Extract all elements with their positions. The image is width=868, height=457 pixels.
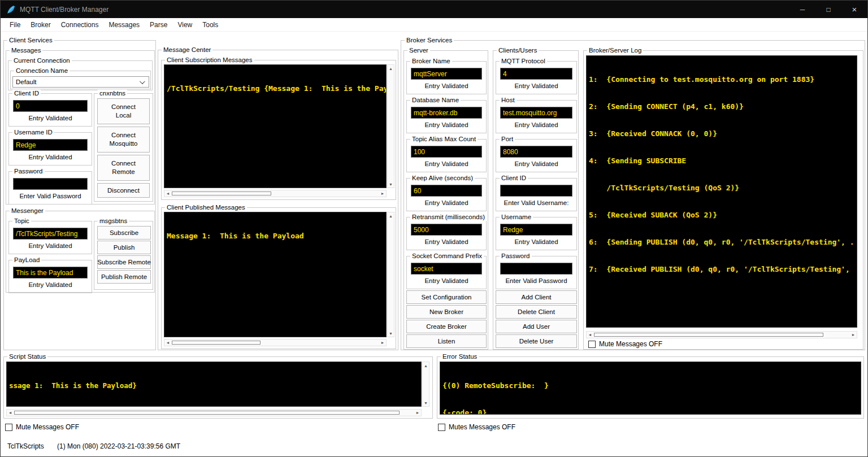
script-mute-checkbox[interactable] <box>5 424 12 431</box>
scrollbar-thumb[interactable] <box>172 341 261 345</box>
subscription-vertical-scrollbar[interactable]: ▲ ▼ <box>387 64 394 188</box>
broker-username-status: Entry Validated <box>496 238 576 245</box>
script-status-console[interactable]: ssage 1: This is the Payload} ges.client… <box>6 362 422 407</box>
scrollbar-thumb[interactable] <box>594 333 823 337</box>
scroll-right-icon[interactable]: ► <box>414 410 421 416</box>
publish-remote-button[interactable]: Publish Remote <box>97 270 151 284</box>
log-line: 6: {Sending PUBLISH (d0, q0, r0, '/TclTk… <box>589 238 854 247</box>
error-status-console[interactable]: {(0) RemoteSubscribe: } {-code: 0} {-lev… <box>440 362 861 415</box>
scroll-left-icon[interactable]: ◄ <box>587 332 593 338</box>
topic-alias-max-count-input[interactable] <box>411 146 482 158</box>
log-mute-checkbox[interactable] <box>588 341 596 348</box>
error-mute-label: Mutes Messages OFF <box>449 423 515 431</box>
mqtt-protocol-input[interactable] <box>500 68 572 80</box>
published-horizontal-scrollbar[interactable]: ◄ ► <box>164 339 387 346</box>
connect-mosquitto-button[interactable]: Connect Mosquitto <box>97 127 150 153</box>
topic-alias-max-count-label: Topic Alias Max Count <box>410 135 478 143</box>
menu-file[interactable]: File <box>5 19 25 31</box>
scroll-left-icon[interactable]: ◄ <box>7 410 14 416</box>
connection-name-label: Connection Name <box>14 67 70 75</box>
close-button[interactable]: × <box>841 1 867 18</box>
menu-broker[interactable]: Broker <box>25 19 55 31</box>
published-messages-console[interactable]: Message 1: This is the Payload <box>164 212 387 337</box>
clients-users-label: Clients/Users <box>497 46 539 54</box>
client-services-label: Client Services <box>7 36 54 44</box>
statusbar: TclTkScripts (1) Mon (080) 2022-03-21-03… <box>1 440 867 456</box>
host-input[interactable] <box>500 107 572 119</box>
scroll-right-icon[interactable]: ► <box>850 332 857 338</box>
subscription-horizontal-scrollbar[interactable]: ◄ ► <box>164 190 387 197</box>
error-mute-checkbox[interactable] <box>438 424 445 431</box>
add-user-button[interactable]: Add User <box>496 320 577 333</box>
username-id-frame: Username ID Entry Validated <box>8 132 92 166</box>
scroll-down-icon[interactable]: ▼ <box>388 330 394 337</box>
menu-messages[interactable]: Messages <box>103 19 145 31</box>
menu-tools[interactable]: Tools <box>197 19 223 31</box>
scrollbar-thumb[interactable] <box>172 191 271 195</box>
keep-alive-input[interactable] <box>411 185 482 197</box>
script-horizontal-scrollbar[interactable]: ◄ ► <box>6 409 422 416</box>
scrollbar-thumb[interactable] <box>14 411 400 415</box>
log-horizontal-scrollbar[interactable]: ◄ ► <box>586 331 857 338</box>
host-label: Host <box>500 96 517 104</box>
menu-view[interactable]: View <box>172 19 197 31</box>
log-mute-label: Mute Messages OFF <box>599 340 662 348</box>
statusbar-app: TclTkScripts <box>7 442 44 450</box>
password-input[interactable] <box>13 178 88 190</box>
scroll-up-icon[interactable]: ▲ <box>423 362 429 369</box>
port-label: Port <box>500 135 515 143</box>
subscribe-remote-button[interactable]: Subscribe Remote <box>97 255 151 269</box>
client-id-label: Client ID <box>12 89 41 97</box>
published-vertical-scrollbar[interactable]: ▲ ▼ <box>387 212 394 337</box>
topic-input[interactable] <box>13 228 88 240</box>
topic-frame: Topic Entry Validated <box>8 221 92 254</box>
database-name-input[interactable] <box>411 107 482 119</box>
username-id-input[interactable] <box>13 139 88 151</box>
disconnect-button[interactable]: Disconnect <box>97 183 150 198</box>
scroll-left-icon[interactable]: ◄ <box>164 190 171 197</box>
scroll-right-icon[interactable]: ► <box>379 190 386 197</box>
console-line: Message 1: This is the Payload <box>167 232 384 241</box>
delete-user-button[interactable]: Delete User <box>496 334 577 348</box>
add-client-button[interactable]: Add Client <box>496 290 577 304</box>
socket-command-prefix-label: Socket Command Prefix <box>410 252 484 260</box>
scroll-right-icon[interactable]: ► <box>379 340 386 346</box>
broker-client-id-input[interactable] <box>500 185 572 197</box>
menu-connections[interactable]: Connections <box>56 19 104 31</box>
subscription-messages-console[interactable]: /TclTkScripts/Testing {Message 1: This i… <box>164 64 387 188</box>
script-vertical-scrollbar[interactable]: ▲ ▼ <box>422 362 429 407</box>
scroll-left-icon[interactable]: ◄ <box>164 340 171 346</box>
scroll-down-icon[interactable]: ▼ <box>423 399 429 406</box>
scroll-up-icon[interactable]: ▲ <box>388 65 394 72</box>
username-id-status: Entry Validated <box>9 154 92 160</box>
connect-remote-button[interactable]: Connect Remote <box>97 155 150 181</box>
listen-button[interactable]: Listen <box>406 334 487 348</box>
scroll-up-icon[interactable]: ▲ <box>388 212 394 219</box>
delete-client-button[interactable]: Delete Client <box>496 305 577 319</box>
socket-command-prefix-input[interactable] <box>411 263 482 275</box>
log-line: 3: {Received CONNACK (0, 0)} <box>589 129 854 138</box>
maximize-button[interactable]: □ <box>815 1 841 18</box>
connect-local-button[interactable]: Connect Local <box>97 98 150 124</box>
new-broker-button[interactable]: New Broker <box>406 305 487 319</box>
payload-input[interactable] <box>13 267 88 278</box>
broker-client-id-field: Client ID Enter Valid Username: <box>496 178 577 211</box>
scroll-down-icon[interactable]: ▼ <box>388 181 394 188</box>
retransmit-input[interactable] <box>411 224 482 236</box>
broker-username-input[interactable] <box>500 224 572 236</box>
client-id-input[interactable] <box>13 100 88 112</box>
broker-password-input[interactable] <box>500 263 572 275</box>
payload-status: Entry Validated <box>9 281 92 288</box>
create-broker-button[interactable]: Create Broker <box>406 320 487 333</box>
port-input[interactable] <box>500 146 572 158</box>
menu-parse[interactable]: Parse <box>145 19 172 31</box>
broker-name-input[interactable] <box>411 68 482 80</box>
connection-name-combobox[interactable]: Default <box>12 76 149 88</box>
publish-button[interactable]: Publish <box>97 241 151 254</box>
minimize-button[interactable]: ─ <box>789 1 815 18</box>
retransmit-field: Retransmit (milliseconds) Entry Validate… <box>406 217 487 250</box>
broker-server-log-console[interactable]: 1: {Connecting to test.mosquitto.org on … <box>586 55 857 328</box>
topic-label: Topic <box>12 217 31 225</box>
set-configuration-button[interactable]: Set Configuration <box>406 290 487 304</box>
subscribe-button[interactable]: Subscribe <box>97 226 151 240</box>
